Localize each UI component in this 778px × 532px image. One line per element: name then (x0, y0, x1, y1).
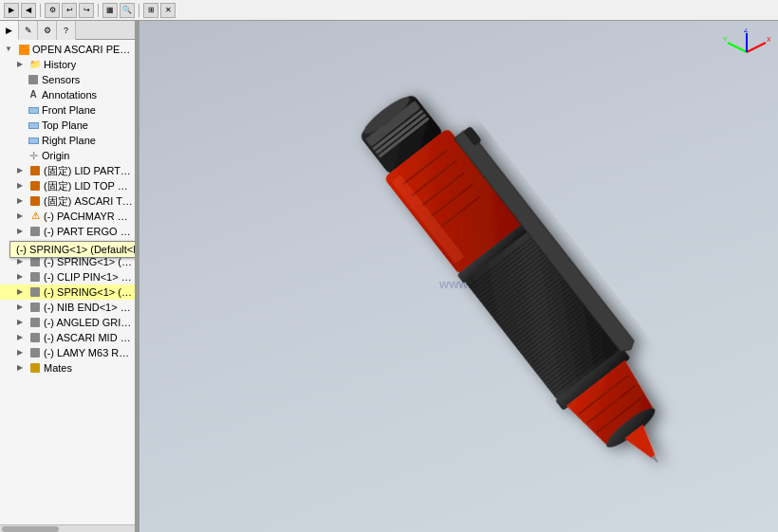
annotations-label: Annotations (42, 87, 97, 102)
toolbar: ▶ ◀ ⚙ ↩ ↪ ▦ 🔍 ⊞ ✕ (0, 0, 778, 21)
sensors-label: Sensors (42, 72, 80, 87)
part-ergo-icon (28, 225, 42, 238)
tree-item-front-plane[interactable]: Front Plane (0, 102, 135, 118)
toolbar-sep-3 (139, 4, 139, 17)
toolbar-btn-7[interactable]: 🔍 (120, 3, 135, 18)
sensors-spacer (13, 73, 25, 86)
top-plane-icon (27, 119, 40, 132)
tree-item-ascari-top-cap[interactable]: ▶ (固定) ASCARI TOP CAP<1 (0, 193, 135, 209)
axes-indicator: X Y Z (723, 28, 770, 76)
ascari-top-cap-label: (固定) ASCARI TOP CAP<1 (44, 193, 133, 209)
panel-tab-property[interactable]: ✎ (19, 21, 38, 40)
right-plane-label: Right Plane (42, 133, 96, 148)
panel-tab-feature[interactable]: ▶ (0, 21, 19, 40)
tree-item-right-plane[interactable]: Right Plane (0, 133, 135, 148)
mates-label: Mates (44, 360, 72, 376)
angled-grip-label: (-) ANGLED GRIP<1> (De (44, 315, 133, 330)
right-plane-spacer (13, 134, 25, 147)
angled-grip-icon (28, 316, 42, 329)
viewport[interactable]: 沐风网 www.mfcad.com (139, 21, 778, 532)
toolbar-btn-8[interactable]: ⊞ (143, 3, 158, 18)
main-area: ▶ ✎ ⚙ ? ▼ OPEN ASCARI PEN (Defa ▶ 📁 Hist… (0, 21, 778, 532)
tree-item-spring2[interactable]: ▶ (-) SPRING<1> (Default< (0, 284, 135, 300)
part-ergo-expand: ▶ (13, 225, 27, 238)
mid-ring-label: (-) ASCARI MID RING<1> (44, 330, 133, 345)
panel-tab-config[interactable]: ⚙ (38, 21, 57, 40)
toolbar-sep-1 (40, 4, 41, 17)
front-plane-label: Front Plane (42, 102, 96, 118)
nib-end-label: (-) NIB END<1> (Default (44, 300, 133, 315)
toolbar-btn-6[interactable]: ▦ (102, 3, 118, 18)
panel-scrollbar-thumb[interactable] (2, 526, 59, 532)
tooltip-text: (-) SPRING<1> (Default<Default>_Display … (16, 244, 136, 255)
pachmayr-label: (-) PACHMAYR SECTIO (44, 209, 133, 224)
lamy-refill-expand: ▶ (13, 346, 27, 359)
pachmayr-expand: ▶ (13, 210, 27, 223)
tree-item-lamy-refill[interactable]: ▶ (-) LAMY M63 REFILL 0.5 (0, 345, 135, 360)
nib-end-icon (28, 301, 42, 314)
lid-top-icon (28, 179, 42, 193)
tree-item-part-ergo[interactable]: ▶ (-) PART ERGO END<1> (0, 224, 135, 239)
sensors-icon (27, 73, 40, 86)
panel-tabs: ▶ ✎ ⚙ ? (0, 21, 135, 40)
toolbar-btn-4[interactable]: ↩ (62, 3, 77, 18)
top-plane-label: Top Plane (42, 118, 88, 133)
toolbar-btn-1[interactable]: ▶ (4, 3, 19, 18)
lid-top-expand: ▶ (13, 179, 27, 193)
lid-top-label: (固定) LID TOP SECTION< (44, 178, 133, 193)
lid-part2-expand: ▶ (13, 164, 27, 177)
lamy-refill-icon (28, 346, 42, 359)
left-panel: ▶ ✎ ⚙ ? ▼ OPEN ASCARI PEN (Defa ▶ 📁 Hist… (0, 21, 136, 532)
toolbar-sep-2 (98, 4, 99, 17)
tree-item-lid-part2[interactable]: ▶ (固定) LID PART 2<1> (D (0, 163, 135, 178)
ascari-top-icon (28, 194, 42, 208)
spring2-expand: ▶ (13, 285, 27, 299)
mates-expand: ▶ (13, 361, 27, 375)
tree-item-clip-pin[interactable]: ▶ (-) CLIP PIN<1> (Default (0, 269, 135, 284)
tree-root-item[interactable]: ▼ OPEN ASCARI PEN (Defa (0, 42, 135, 57)
nib-end-expand: ▶ (13, 301, 27, 314)
toolbar-btn-5[interactable]: ↪ (79, 3, 94, 18)
spring2-label: (-) SPRING<1> (Default< (44, 284, 133, 300)
tree-item-mates[interactable]: ▶ Mates (0, 360, 135, 376)
front-plane-spacer (13, 103, 25, 117)
toolbar-btn-3[interactable]: ⚙ (45, 3, 60, 18)
mid-ring-icon (28, 331, 42, 344)
tree-item-annotations[interactable]: A Annotations (0, 87, 135, 102)
origin-spacer (13, 149, 25, 162)
toolbar-btn-2[interactable]: ◀ (21, 3, 36, 18)
tree-item-nib-end[interactable]: ▶ (-) NIB END<1> (Default (0, 300, 135, 315)
tree-item-ascari-mid-ring[interactable]: ▶ (-) ASCARI MID RING<1> (0, 330, 135, 345)
panel-scrollbar[interactable] (0, 524, 135, 532)
feature-tree: ▼ OPEN ASCARI PEN (Defa ▶ 📁 History Sens… (0, 40, 135, 524)
part-ergo-label: (-) PART ERGO END<1> (44, 224, 133, 239)
origin-label: Origin (42, 148, 69, 163)
tree-item-top-plane[interactable]: Top Plane (0, 118, 135, 133)
tree-item-angled-grip[interactable]: ▶ (-) ANGLED GRIP<1> (De (0, 315, 135, 330)
tree-item-sensors[interactable]: Sensors (0, 72, 135, 87)
mid-ring-expand: ▶ (13, 331, 27, 344)
tree-item-lid-top[interactable]: ▶ (固定) LID TOP SECTION< (0, 178, 135, 193)
tree-item-origin[interactable]: ✛ Origin (0, 148, 135, 163)
clip-pin-icon (28, 270, 42, 284)
clip-pin-expand: ▶ (13, 270, 27, 284)
tree-item-pachmayr[interactable]: ▶ ⚠ (-) PACHMAYR SECTIO (0, 209, 135, 224)
root-label: OPEN ASCARI PEN (Defa (32, 42, 133, 57)
clip-pin-label: (-) CLIP PIN<1> (Default (44, 269, 133, 284)
svg-line-58 (747, 43, 766, 52)
annotations-icon: A (27, 88, 40, 101)
origin-icon: ✛ (27, 149, 40, 162)
tree-item-history[interactable]: ▶ 📁 History (0, 57, 135, 72)
top-plane-spacer (13, 119, 25, 132)
toolbar-btn-9[interactable]: ✕ (160, 3, 176, 18)
pen-svg (234, 40, 778, 532)
angled-grip-expand: ▶ (13, 316, 27, 329)
pachmayr-warning-icon: ⚠ (28, 210, 42, 223)
panel-tab-help[interactable]: ? (57, 21, 76, 40)
svg-text:X: X (767, 36, 770, 43)
root-expand-icon: ▼ (2, 43, 15, 56)
lamy-refill-label: (-) LAMY M63 REFILL 0.5 (44, 345, 133, 360)
history-label: History (44, 57, 76, 72)
mates-icon (28, 361, 42, 375)
root-assembly-icon (17, 43, 30, 56)
